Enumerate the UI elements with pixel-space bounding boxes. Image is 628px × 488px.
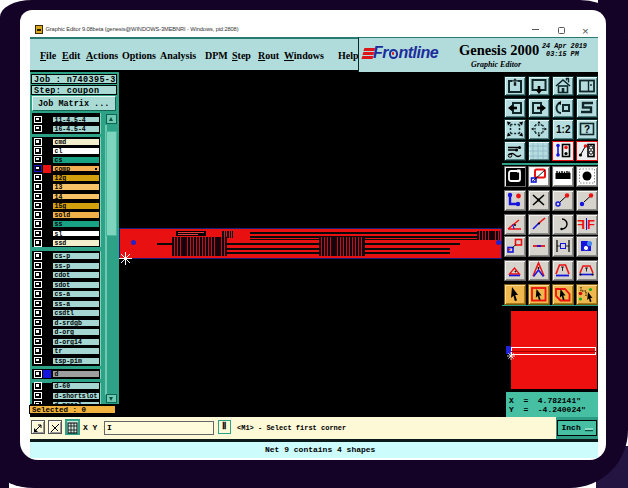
svg-text:1:2: 1:2: [556, 124, 571, 135]
svg-text:F: F: [587, 217, 595, 232]
svg-text:?: ?: [584, 124, 590, 135]
svg-text:F: F: [577, 217, 585, 232]
